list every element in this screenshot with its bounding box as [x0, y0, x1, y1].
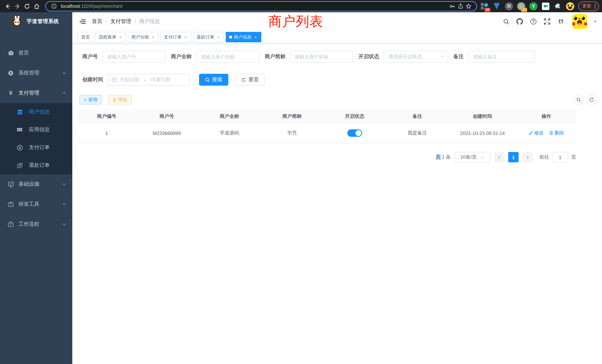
close-tab-icon[interactable]: ×: [151, 35, 155, 39]
ext-kite-icon[interactable]: [492, 2, 501, 11]
yen-icon: ¥: [7, 90, 14, 96]
ext-command-icon[interactable]: ⌘: [505, 2, 513, 11]
ext-meet-icon[interactable]: [541, 2, 550, 11]
browser-home-icon[interactable]: [32, 1, 42, 11]
browser-menu-icon[interactable]: [593, 4, 597, 9]
tab-0[interactable]: 首页: [78, 32, 93, 42]
sidebar-fold-icon[interactable]: [78, 17, 86, 26]
refresh-table-icon[interactable]: [586, 95, 597, 105]
sidebar-item-6[interactable]: 退款订单: [0, 156, 72, 174]
browser-forward-icon[interactable]: [13, 1, 22, 11]
ext-tampermonkey-icon[interactable]: 10: [480, 2, 489, 11]
date-start-placeholder: 开始日期: [120, 76, 139, 83]
top-navbar: 首页 / 支付管理 / 商户信息: [72, 12, 602, 31]
status-select[interactable]: 请选择开启状态: [384, 51, 448, 63]
app-title: 芋道管理系统: [27, 18, 59, 25]
sidebar-item-9[interactable]: 工作流程: [0, 214, 72, 234]
refresh-icon: [241, 77, 246, 82]
bookmark-star-icon[interactable]: [464, 2, 473, 10]
filter-create-time: 创建时间 开始日期 - 结束日期: [82, 74, 189, 86]
breadcrumb-current: 商户信息: [139, 18, 160, 25]
yen-circle-icon: [16, 144, 23, 151]
github-icon[interactable]: [516, 18, 524, 25]
tab-label: 首页: [81, 34, 90, 40]
page-number-button[interactable]: 1: [508, 152, 519, 162]
tab-4[interactable]: 退款订单×: [193, 32, 224, 42]
chevron-down-icon: [62, 222, 66, 226]
search-button[interactable]: 搜索: [199, 74, 228, 86]
filter-input-4[interactable]: [468, 51, 535, 63]
close-tab-icon[interactable]: ×: [118, 35, 123, 39]
close-tab-icon[interactable]: ×: [183, 35, 188, 39]
sidebar-item-label: 商户信息: [29, 109, 66, 115]
breadcrumb-home[interactable]: 首页: [92, 18, 102, 25]
sidebar-item-8[interactable]: 研发工具: [0, 194, 72, 214]
filter-input-2[interactable]: [290, 51, 353, 63]
share-icon[interactable]: [456, 2, 464, 10]
sidebar-item-1[interactable]: 系统管理: [0, 63, 72, 83]
sidebar-item-5[interactable]: 支付订单: [0, 139, 72, 156]
reset-button[interactable]: 重置: [235, 74, 265, 86]
browser-update-button[interactable]: 更新: [578, 1, 599, 11]
tab-label: 支付订单: [164, 34, 182, 40]
sidebar-item-3[interactable]: 商户信息: [0, 103, 72, 121]
user-avatar[interactable]: [572, 14, 587, 29]
sidebar-item-7[interactable]: 基础设施: [0, 174, 72, 194]
export-button[interactable]: 导出: [108, 95, 132, 105]
sidebar-item-4[interactable]: 应用信息: [0, 121, 72, 139]
date-range-input[interactable]: 开始日期 - 结束日期: [108, 74, 189, 86]
url-text: localhost:1024/pay/merchant: [61, 3, 448, 9]
browser-toolbar: localhost:1024/pay/merchant 10 ⌘ 1: [0, 0, 602, 12]
ext-y-icon[interactable]: Y: [529, 2, 538, 11]
column-header: 商户编号: [78, 109, 136, 123]
status-toggle[interactable]: [347, 129, 362, 137]
address-bar[interactable]: localhost:1024/pay/merchant: [45, 1, 477, 11]
add-button[interactable]: + 新增: [79, 95, 102, 105]
merchant-table: 商户编号商户号商户全称商户简称开启状态备注创建时间操作1M233666999芋道…: [78, 109, 576, 143]
close-tab-icon[interactable]: ×: [254, 35, 258, 39]
font-size-icon[interactable]: 𝗍T: [557, 18, 565, 25]
filter-item-4: 备注: [453, 51, 535, 63]
help-icon[interactable]: [530, 18, 537, 25]
chevron-down-icon: [480, 155, 484, 159]
filter-input-1[interactable]: [196, 51, 259, 63]
filter-input-0[interactable]: [102, 51, 166, 63]
ext-proxy-icon[interactable]: 1: [517, 2, 526, 11]
merchant-id: 1: [78, 123, 136, 143]
password-key-icon[interactable]: [448, 2, 456, 10]
page-content: 商户号商户全称商户简称开启状态请选择开启状态备注 创建时间 开始日期 - 结束日…: [72, 44, 602, 364]
tab-1[interactable]: 流程表单×: [95, 32, 126, 42]
sidebar-item-2[interactable]: ¥支付管理: [0, 83, 72, 103]
tab-5[interactable]: 商户信息×: [226, 32, 261, 42]
tab-3[interactable]: 支付订单×: [161, 32, 191, 42]
browser-back-icon[interactable]: [3, 1, 13, 11]
ext-badge: 10: [484, 8, 490, 12]
sidebar-item-0[interactable]: 首页: [0, 43, 72, 63]
plus-icon: +: [84, 97, 86, 103]
chevron-left-icon: [497, 155, 501, 159]
edit-link[interactable]: 修改: [529, 130, 544, 136]
active-tab-dot: [229, 36, 232, 39]
page-size-select[interactable]: 10条/页: [454, 152, 490, 162]
tags-view: 首页流程表单×用户分组×支付订单×退款订单×商户信息×: [72, 31, 602, 44]
browser-reload-icon[interactable]: [22, 1, 32, 11]
next-page-button[interactable]: [522, 152, 533, 162]
download-icon: [112, 97, 117, 102]
close-tab-icon[interactable]: ×: [216, 35, 221, 39]
ext-puzzle-icon[interactable]: [553, 2, 562, 11]
breadcrumb-pay[interactable]: 支付管理: [110, 18, 131, 25]
chevron-down-icon: [62, 182, 66, 186]
tab-2[interactable]: 用户分组×: [128, 32, 159, 42]
prev-page-button[interactable]: [494, 152, 505, 162]
search-icon[interactable]: [503, 18, 510, 25]
avatar-caret-icon[interactable]: ▾: [594, 20, 596, 23]
delete-link[interactable]: 删除: [549, 130, 564, 136]
toggle-search-icon[interactable]: [573, 95, 584, 105]
column-header: 商户全称: [198, 109, 261, 123]
fullscreen-icon[interactable]: [544, 18, 551, 25]
date-end-placeholder: 结束日期: [151, 76, 170, 83]
app-logo[interactable]: 芋道管理系统: [0, 12, 72, 31]
site-info-icon[interactable]: [50, 2, 58, 10]
ext-avatar-smiley-icon[interactable]: [566, 2, 575, 11]
goto-page-input[interactable]: [552, 152, 568, 162]
